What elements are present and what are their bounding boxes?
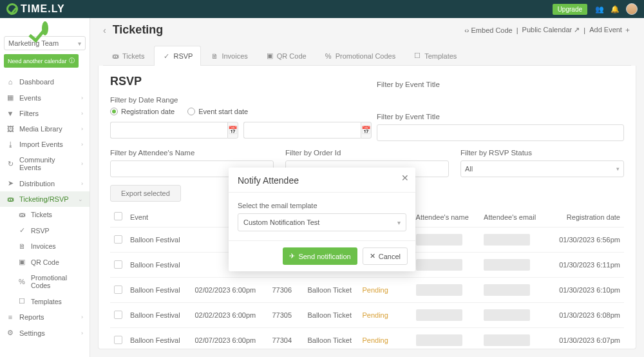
cancel-button[interactable]: ✕Cancel <box>363 247 408 265</box>
send-notification-button[interactable]: ✈Send notification <box>283 247 357 265</box>
modal-label: Select the email template <box>238 202 406 209</box>
modal-title: Notify Attendee <box>229 168 415 192</box>
paper-plane-icon: ✈ <box>289 252 295 260</box>
email-template-select[interactable]: Custom Notification Test <box>238 213 406 231</box>
close-icon[interactable]: ✕ <box>401 173 409 183</box>
notify-attendee-modal: ✕ Notify Attendee Select the email templ… <box>229 168 415 271</box>
x-icon: ✕ <box>370 252 375 260</box>
modal-overlay: ✕ Notify Attendee Select the email templ… <box>0 0 644 357</box>
